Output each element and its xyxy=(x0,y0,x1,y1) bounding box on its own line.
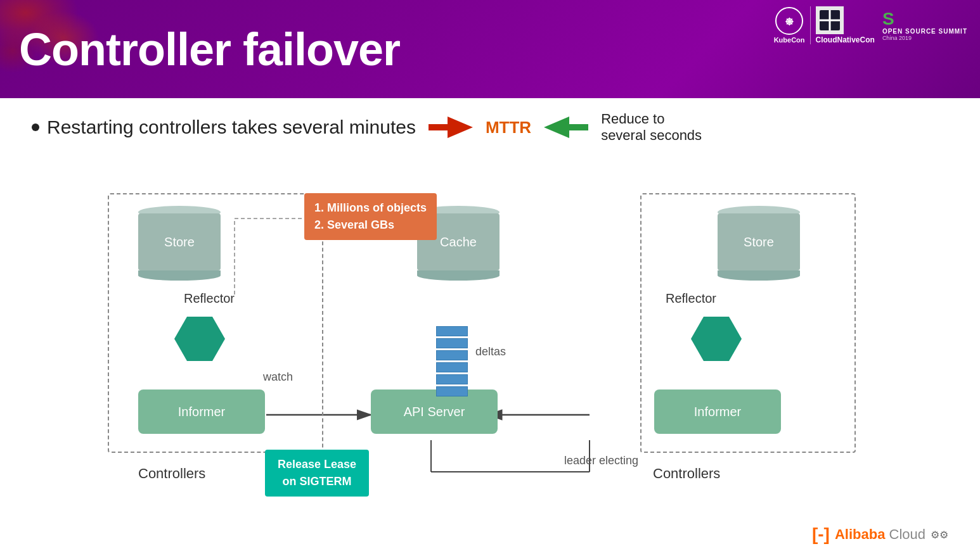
diagram: Store Store Cache Reflector Reflector xyxy=(32,155,948,516)
alibaba-bracket-icon: [-] xyxy=(812,524,830,545)
callout-teal: Release Lease on SIGTERM xyxy=(265,450,369,497)
left-store: Store xyxy=(138,206,221,281)
delta-stack xyxy=(436,326,468,396)
left-informer: Informer xyxy=(138,390,265,434)
callout-orange: 1. Millions of objects 2. Several GBs xyxy=(304,193,437,240)
slide-title: Controller failover xyxy=(19,23,400,75)
deltas-label: deltas xyxy=(475,345,506,358)
delta-row-4 xyxy=(436,362,468,372)
cloudnative-icon xyxy=(816,6,844,34)
reflector-left-label: Reflector xyxy=(184,291,235,306)
delta-row-3 xyxy=(436,350,468,360)
delta-row-1 xyxy=(436,326,468,336)
main-content: Restarting controllers takes several min… xyxy=(0,98,980,522)
mttr-label: MTTR xyxy=(486,118,531,137)
kubecon-logo: ⎈ KubeCon xyxy=(774,7,805,44)
delta-row-2 xyxy=(436,338,468,348)
alibaba-sub-icon: ⚙⚙ xyxy=(931,529,948,541)
controllers-right-label: Controllers xyxy=(653,466,720,482)
bullet-text: Restarting controllers takes several min… xyxy=(32,117,416,138)
alibaba-logo: [-] Alibaba Cloud ⚙⚙ xyxy=(812,524,948,545)
right-store: Store xyxy=(718,206,800,281)
watch-label: watch xyxy=(263,370,293,384)
delta-row-5 xyxy=(436,374,468,384)
right-informer: Informer xyxy=(654,390,781,434)
svg-marker-3 xyxy=(429,117,473,138)
reduce-text: Reduce toseveral seconds xyxy=(601,111,702,144)
alibaba-text: Alibaba Cloud xyxy=(835,526,925,543)
cloudnative-logo: CloudNativeCon xyxy=(816,6,875,44)
delta-row-6 xyxy=(436,386,468,396)
kubecon-icon: ⎈ xyxy=(775,7,803,35)
bullet-row: Restarting controllers takes several min… xyxy=(32,111,948,144)
header: Controller failover ⎈ KubeCon CloudNativ… xyxy=(0,0,980,98)
api-server: API Server xyxy=(371,390,498,434)
logo-divider xyxy=(810,6,811,44)
bullet-dot xyxy=(32,124,39,131)
leader-electing-label: leader electing xyxy=(564,453,638,469)
arrow-red-icon xyxy=(429,115,473,139)
controllers-left-label: Controllers xyxy=(138,466,205,482)
reflector-right-label: Reflector xyxy=(666,291,716,306)
oss-logo: S OPEN SOURCE SUMMIT China 2019 xyxy=(882,10,967,41)
header-logos: ⎈ KubeCon CloudNativeCon S OPEN SOURCE S… xyxy=(774,6,967,44)
arrow-green-icon xyxy=(544,115,588,139)
svg-marker-4 xyxy=(544,117,588,138)
